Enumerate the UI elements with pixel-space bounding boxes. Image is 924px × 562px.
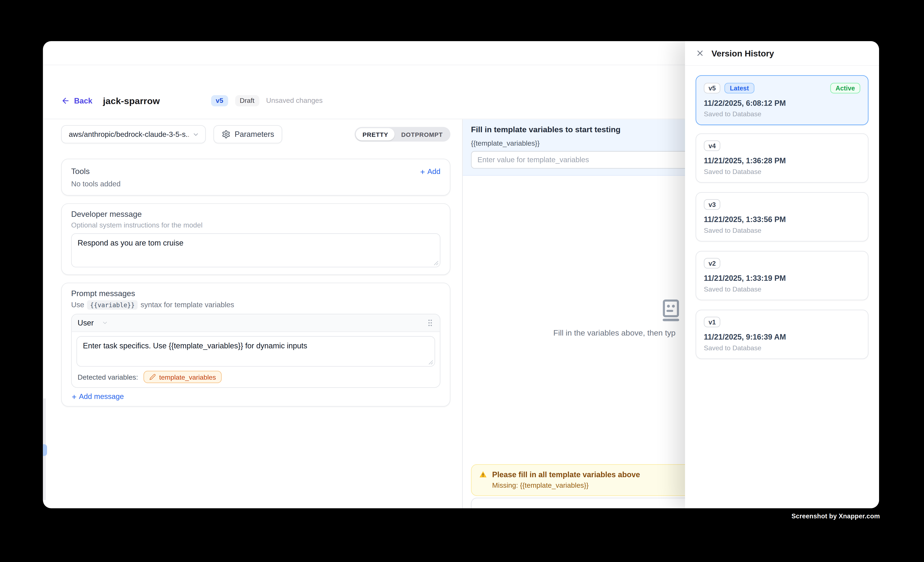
detected-variables-row: Detected variables: template_variables	[76, 371, 435, 383]
developer-message-card: Developer message Optional system instru…	[61, 203, 450, 275]
tools-card: Tools + Add No tools added	[61, 158, 450, 196]
model-select-value: aws/anthropic/bedrock-claude-3-5-s...	[69, 130, 189, 138]
version-card-v4[interactable]: v4 11/21/2025, 1:36:28 PM Saved to Datab…	[696, 133, 868, 183]
back-button[interactable]: Back	[61, 96, 92, 105]
tools-empty-text: No tools added	[71, 180, 440, 188]
resize-handle-icon	[428, 360, 433, 365]
format-toggle: PRETTY DOTPROMPT	[355, 127, 450, 142]
draft-badge: Draft	[235, 95, 259, 106]
resize-handle-icon	[434, 260, 439, 266]
version-history-header: Version History	[685, 41, 879, 66]
editor-toolbar: aws/anthropic/bedrock-claude-3-5-s... Pa…	[61, 125, 450, 143]
version-number-badge: v1	[704, 317, 720, 327]
bot-icon	[658, 297, 684, 323]
latest-badge: Latest	[724, 83, 754, 93]
message-body: Enter task specifics. Use {{template_var…	[72, 332, 440, 387]
toggle-dotprompt[interactable]: DOTPROMPT	[395, 128, 449, 140]
add-message-label: Add message	[79, 392, 124, 401]
hint-suffix: syntax for template variables	[141, 301, 234, 309]
close-icon[interactable]	[696, 49, 704, 57]
developer-message-title: Developer message	[71, 210, 440, 219]
warning-triangle-icon	[478, 470, 488, 479]
version-badges-row: v1	[704, 317, 860, 327]
chevron-down-icon	[192, 131, 200, 138]
prompt-messages-card: Prompt messages Use {{variable}} syntax …	[61, 282, 450, 407]
active-badge: Active	[830, 83, 860, 93]
version-number-badge: v2	[704, 258, 720, 268]
version-timestamp: 11/21/2025, 1:33:56 PM	[704, 215, 860, 224]
message-textarea-wrap: Enter task specifics. Use {{template_var…	[76, 336, 435, 367]
tools-title: Tools	[71, 167, 90, 176]
version-number-badge: v5	[704, 83, 720, 93]
tools-card-header: Tools + Add	[71, 167, 440, 176]
page-title: jack-sparrow	[103, 96, 160, 106]
editor-column: aws/anthropic/bedrock-claude-3-5-s... Pa…	[43, 119, 462, 508]
message-role-row: User	[72, 314, 440, 332]
add-tool-button[interactable]: + Add	[420, 167, 440, 175]
add-tool-label: Add	[428, 167, 440, 175]
plus-icon: +	[72, 392, 76, 401]
version-status: Saved to Database	[704, 168, 860, 175]
role-select-value: User	[78, 318, 94, 327]
version-status: Saved to Database	[704, 227, 860, 234]
chevron-down-icon	[102, 320, 109, 326]
version-timestamp: 11/21/2025, 1:33:19 PM	[704, 274, 860, 282]
warning-title: Please fill in all template variables ab…	[492, 470, 640, 479]
message-block: User Enter task specifics. U	[71, 314, 440, 388]
version-badge: v5	[211, 95, 228, 106]
model-select[interactable]: aws/anthropic/bedrock-claude-3-5-s...	[61, 125, 206, 143]
add-message-button[interactable]: + Add message	[71, 392, 440, 401]
back-label: Back	[74, 96, 92, 105]
pencil-icon	[149, 374, 156, 380]
variable-syntax-chip: {{variable}}	[87, 300, 138, 310]
hint-prefix: Use	[71, 301, 84, 309]
message-textarea[interactable]: Enter task specifics. Use {{template_var…	[76, 336, 435, 367]
developer-message-textarea-wrap: Respond as you are tom cruise	[71, 233, 440, 268]
version-timestamp: 11/21/2025, 9:16:39 AM	[704, 333, 860, 341]
toggle-pretty[interactable]: PRETTY	[356, 128, 394, 140]
detected-variable-chip[interactable]: template_variables	[143, 371, 222, 383]
prompt-messages-title: Prompt messages	[71, 289, 440, 298]
gear-icon	[222, 130, 231, 139]
version-status: Saved to Database	[704, 285, 860, 293]
parameters-button[interactable]: Parameters	[213, 125, 282, 143]
arrow-left-icon	[61, 96, 70, 105]
version-badges-row: v3	[704, 199, 860, 210]
version-card-v5[interactable]: v5 Latest Active 11/22/2025, 6:08:12 PM …	[696, 75, 868, 125]
left-edge-highlight-chip	[43, 444, 47, 456]
parameters-label: Parameters	[235, 130, 274, 139]
developer-message-textarea[interactable]: Respond as you are tom cruise	[71, 233, 440, 268]
version-timestamp: 11/22/2025, 6:08:12 PM	[704, 99, 860, 108]
version-badges-row: v2	[704, 258, 860, 268]
detected-variable-name: template_variables	[159, 373, 216, 380]
version-history-panel: Version History v5 Latest Active 11/22/2…	[685, 41, 879, 508]
app-window: Back jack-sparrow v5 Draft Unsaved chang…	[43, 41, 879, 508]
watermark-text: Screenshot by Xnapper.com	[792, 513, 880, 520]
version-timestamp: 11/21/2025, 1:36:28 PM	[704, 156, 860, 165]
role-select[interactable]: User	[78, 318, 109, 327]
version-status: Saved to Database	[704, 111, 860, 118]
version-card-v3[interactable]: v3 11/21/2025, 1:33:56 PM Saved to Datab…	[696, 192, 868, 242]
prompt-messages-hint: Use {{variable}} syntax for template var…	[71, 300, 440, 310]
version-card-v1[interactable]: v1 11/21/2025, 9:16:39 AM Saved to Datab…	[696, 310, 868, 359]
version-card-v2[interactable]: v2 11/21/2025, 1:33:19 PM Saved to Datab…	[696, 251, 868, 300]
empty-state-text: Fill in the variables above, then typ	[554, 329, 676, 337]
drag-handle-icon[interactable]	[426, 318, 434, 327]
screenshot-stage: Back jack-sparrow v5 Draft Unsaved chang…	[0, 0, 924, 562]
version-number-badge: v4	[704, 140, 720, 151]
version-list: v5 Latest Active 11/22/2025, 6:08:12 PM …	[685, 66, 879, 359]
unsaved-changes-label: Unsaved changes	[266, 97, 322, 105]
version-badges-row: v5 Latest Active	[704, 83, 860, 93]
plus-icon: +	[420, 167, 425, 175]
version-history-title: Version History	[711, 48, 774, 58]
version-badges-row: v4	[704, 140, 860, 151]
version-status: Saved to Database	[704, 344, 860, 351]
version-number-badge: v3	[704, 199, 720, 210]
detected-variables-label: Detected variables:	[78, 373, 138, 381]
header-badges: v5 Draft Unsaved changes	[211, 95, 322, 106]
developer-message-subtitle: Optional system instructions for the mod…	[71, 221, 440, 229]
